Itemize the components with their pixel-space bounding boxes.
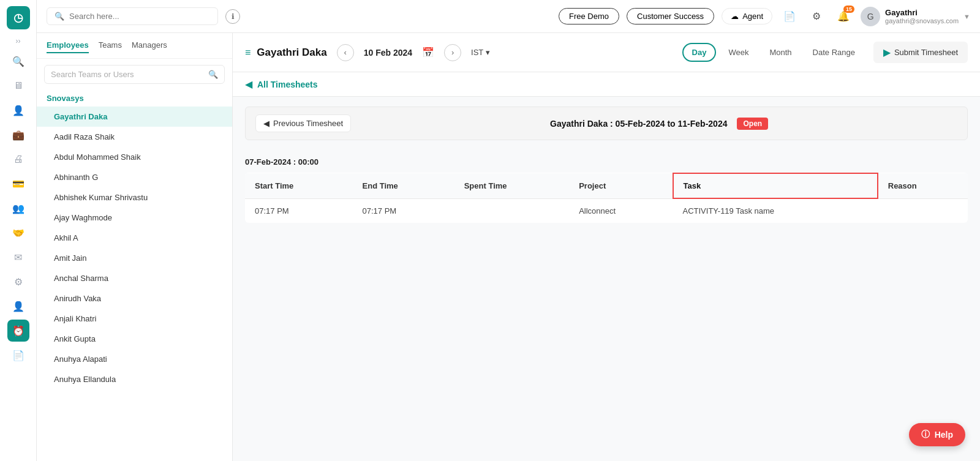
prev-ts-label: Previous Timesheet	[273, 119, 343, 128]
search-users-bar[interactable]: 🔍	[44, 65, 225, 84]
list-item[interactable]: Abdul Mohammed Shaik	[37, 147, 232, 167]
customer-success-button[interactable]: Customer Success	[627, 8, 714, 24]
nav-icon-person[interactable]: 👤	[7, 99, 29, 121]
user-menu[interactable]: G Gayathri gayathri@snovasys.com ▼	[861, 7, 970, 26]
cell-project: Allconnect	[569, 198, 673, 223]
nav-icon-desktop[interactable]: 🖨	[7, 148, 29, 170]
user-name: Gayathri	[885, 8, 959, 17]
list-item[interactable]: Anuhya Alapati	[37, 349, 232, 369]
list-item[interactable]: Ankit Gupta	[37, 329, 232, 349]
nav-icon-search[interactable]: 🔍	[7, 50, 29, 72]
hamburger-icon: ≡	[245, 47, 251, 58]
list-item[interactable]: Amit Jain	[37, 248, 232, 268]
nav-icon-briefcase[interactable]: 💼	[7, 124, 29, 146]
search-input[interactable]	[69, 12, 210, 21]
nav-icon-card[interactable]: 💳	[7, 173, 29, 195]
cell-start-time: 07:17 PM	[245, 198, 353, 223]
notification-badge: 15	[843, 6, 854, 13]
search-icon: 🔍	[55, 12, 64, 21]
icon-sidebar: ◷ ›› 🔍 🖥 👤 💼 🖨 💳 👥 🤝 ✉ ⚙ 👤 ⏰ 📄	[0, 0, 37, 461]
back-icon[interactable]: ◀	[245, 78, 252, 90]
list-item[interactable]: Anirudh Vaka	[37, 288, 232, 309]
left-sidebar: Employees Teams Managers 🔍 Snovasys Gaya…	[37, 33, 233, 461]
org-name: Snovasys	[37, 90, 232, 107]
list-item[interactable]: Akhil A	[37, 228, 232, 248]
nav-icon-mail[interactable]: ✉	[7, 246, 29, 268]
submit-arrow-icon: ▶	[883, 47, 891, 58]
timesheet-header: ≡ Gayathri Daka ‹ 10 Feb 2024 📅 › IST ▾ …	[233, 33, 980, 72]
agent-button[interactable]: ☁ Agent	[722, 8, 772, 24]
tab-teams[interactable]: Teams	[99, 40, 122, 53]
col-project: Project	[569, 173, 673, 198]
settings-button[interactable]: ⚙	[807, 7, 826, 26]
nav-icon-admin[interactable]: 👤	[7, 295, 29, 317]
nav-icon-group[interactable]: 👥	[7, 197, 29, 219]
nav-icon-settings[interactable]: ⚙	[7, 271, 29, 293]
cell-spent-time	[454, 198, 569, 223]
submit-label: Submit Timesheet	[894, 48, 958, 57]
col-spent-time: Spent Time	[454, 173, 569, 198]
view-tab-month[interactable]: Month	[761, 44, 800, 61]
list-item[interactable]: Abhinanth G	[37, 167, 232, 187]
timezone-label: IST	[471, 48, 483, 57]
tab-managers[interactable]: Managers	[132, 40, 167, 53]
more-icon[interactable]: ››	[16, 37, 21, 45]
list-item[interactable]: Anuhya Ellandula	[37, 369, 232, 389]
user-email: gayathri@snovasys.com	[885, 17, 959, 24]
nav-icon-monitor[interactable]: 🖥	[7, 75, 29, 97]
period-banner: ◀ Previous Timesheet Gayathri Daka : 05-…	[245, 107, 968, 140]
calendar-icon[interactable]: 📅	[422, 47, 434, 58]
view-tab-day[interactable]: Day	[682, 43, 717, 62]
period-text: Gayathri Daka : 05-Feb-2024 to 11-Feb-20…	[550, 119, 727, 129]
list-item[interactable]: Anjali Khatri	[37, 309, 232, 329]
help-icon: ⓘ	[921, 429, 930, 440]
global-search[interactable]: 🔍	[47, 7, 218, 25]
avatar: G	[861, 7, 880, 26]
cloud-icon: ☁	[731, 12, 739, 21]
nav-icon-report[interactable]: 📄	[7, 344, 29, 366]
timesheet-table: Start Time End Time Spent Time Project T…	[245, 173, 968, 223]
help-button[interactable]: ⓘ Help	[909, 423, 965, 446]
tab-employees[interactable]: Employees	[47, 40, 89, 53]
all-timesheets-bar: ◀ All Timesheets	[233, 72, 980, 97]
col-reason: Reason	[878, 173, 968, 198]
prev-ts-icon: ◀	[263, 119, 270, 128]
help-label: Help	[935, 430, 953, 440]
app-logo[interactable]: ◷	[7, 6, 30, 29]
info-button[interactable]: ℹ	[225, 9, 240, 24]
submit-timesheet-button[interactable]: ▶ Submit Timesheet	[873, 42, 968, 63]
list-item[interactable]: Anchal Sharma	[37, 268, 232, 288]
list-item[interactable]: Aadil Raza Shaik	[37, 127, 232, 147]
nav-icon-teamwork[interactable]: 🤝	[7, 222, 29, 244]
list-item[interactable]: Abhishek Kumar Shrivastu	[37, 187, 232, 208]
sidebar-tabs: Employees Teams Managers	[37, 33, 232, 59]
col-end-time: End Time	[353, 173, 454, 198]
status-badge: Open	[737, 118, 768, 130]
col-start-time: Start Time	[245, 173, 353, 198]
top-nav: 🔍 ℹ Free Demo Customer Success ☁ Agent 📄…	[37, 0, 980, 33]
all-timesheets-label[interactable]: All Timesheets	[257, 80, 318, 89]
prev-timesheet-button[interactable]: ◀ Previous Timesheet	[255, 114, 351, 132]
view-tab-week[interactable]: Week	[720, 44, 757, 61]
agent-label: Agent	[742, 12, 763, 21]
chevron-down-icon: ▼	[963, 13, 970, 20]
cell-end-time: 07:17 PM	[353, 198, 454, 223]
list-item[interactable]: Gayathri Daka	[37, 107, 232, 127]
table-row: 07:17 PM 07:17 PM Allconnect ACTIVITY-11…	[245, 198, 968, 223]
main-content: ≡ Gayathri Daka ‹ 10 Feb 2024 📅 › IST ▾ …	[233, 33, 980, 461]
search-users-input[interactable]	[51, 70, 203, 79]
col-task: Task	[673, 173, 878, 198]
prev-date-button[interactable]: ‹	[337, 44, 354, 61]
notification-button[interactable]: 🔔 15	[834, 7, 853, 26]
free-demo-button[interactable]: Free Demo	[559, 8, 619, 24]
date-display: 10 Feb 2024	[364, 48, 412, 58]
timezone-selector[interactable]: IST ▾	[471, 48, 490, 57]
next-date-button[interactable]: ›	[444, 44, 461, 61]
view-tabs: Day Week Month Date Range	[682, 43, 864, 62]
nav-icon-clock[interactable]: ⏰	[7, 320, 29, 342]
user-list: Gayathri Daka Aadil Raza Shaik Abdul Moh…	[37, 107, 232, 461]
view-tab-daterange[interactable]: Date Range	[804, 44, 864, 61]
date-group: 07-Feb-2024 : 00:00 Start Time End Time …	[245, 152, 968, 223]
document-button[interactable]: 📄	[780, 7, 799, 26]
list-item[interactable]: Ajay Waghmode	[37, 208, 232, 228]
